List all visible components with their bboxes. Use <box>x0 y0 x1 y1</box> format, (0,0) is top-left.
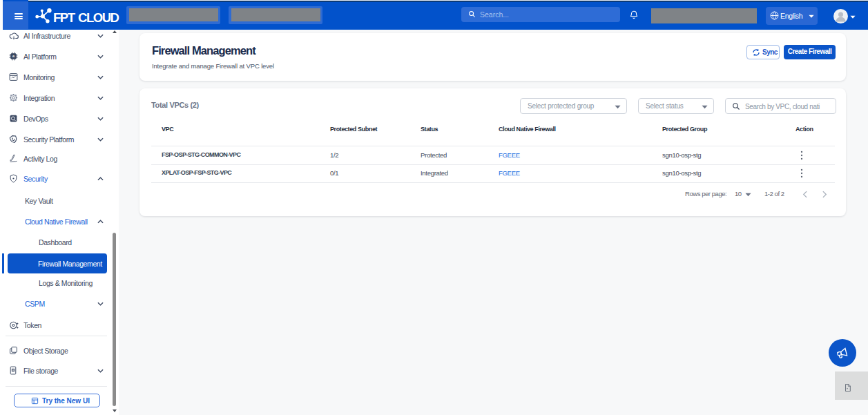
svg-text:AI: AI <box>12 55 15 58</box>
